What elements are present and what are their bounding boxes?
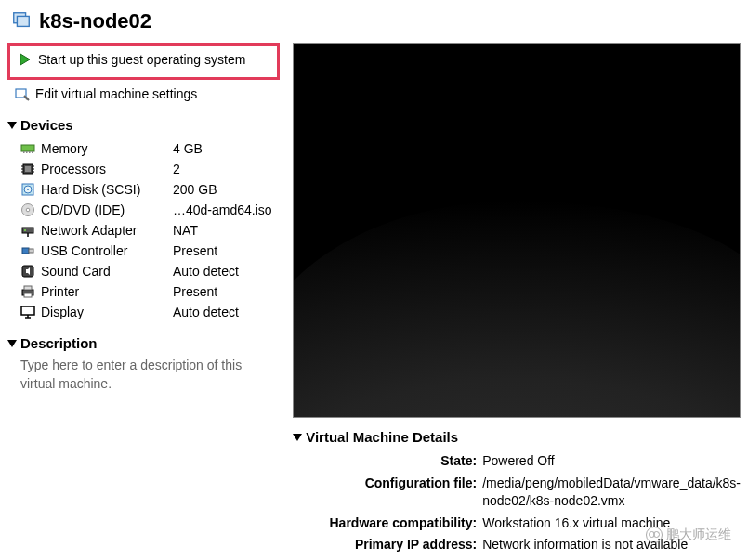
description-placeholder[interactable]: Type here to enter a description of this… — [20, 357, 262, 393]
device-value: Auto detect — [173, 305, 239, 319]
play-icon — [18, 52, 33, 67]
devices-section: Devices Memory4 GBProcessors2Hard Disk (… — [7, 115, 280, 322]
details-label: Primary IP address: — [306, 536, 482, 554]
device-name: Network Adapter — [41, 223, 167, 238]
network-icon — [20, 223, 35, 238]
edit-settings-label: Edit virtual machine settings — [35, 86, 197, 101]
device-row[interactable]: USB ControllerPresent — [20, 241, 280, 261]
device-value: Present — [173, 284, 217, 299]
device-row[interactable]: Network AdapterNAT — [20, 220, 280, 241]
device-value: …40d-amd64.iso — [173, 202, 272, 217]
device-name: Memory — [41, 141, 167, 156]
svg-rect-8 — [29, 151, 31, 153]
wrench-icon — [15, 86, 30, 101]
vm-header: k8s-node02 — [7, 4, 741, 43]
left-pane: Start up this guest operating system Edi… — [7, 43, 280, 556]
start-action-highlight: Start up this guest operating system — [7, 43, 280, 80]
device-row[interactable]: Memory4 GB — [20, 138, 280, 159]
description-section: Description Type here to enter a descrip… — [7, 333, 280, 393]
cd-icon — [20, 202, 35, 217]
cpu-icon — [20, 162, 35, 176]
printer-icon — [20, 284, 35, 299]
sound-icon — [20, 264, 35, 279]
svg-rect-1 — [17, 16, 29, 26]
devices-section-title: Devices — [20, 117, 73, 133]
svg-marker-2 — [20, 54, 30, 65]
edit-settings-link[interactable]: Edit virtual machine settings — [7, 84, 280, 104]
details-label: Hardware compatibility: — [306, 514, 482, 533]
start-vm-label: Start up this guest operating system — [38, 52, 245, 67]
device-value: Auto detect — [173, 264, 239, 279]
device-row[interactable]: Processors2 — [20, 159, 280, 179]
svg-rect-9 — [32, 151, 33, 153]
details-row: State:Powered Off — [306, 450, 741, 473]
vm-details-title: Virtual Machine Details — [306, 429, 458, 445]
device-name: CD/DVD (IDE) — [41, 202, 167, 217]
details-row: Primary IP address:Network information i… — [306, 534, 741, 556]
svg-rect-6 — [23, 151, 25, 153]
vm-details-section: Virtual Machine Details State:Powered Of… — [293, 427, 741, 556]
devices-section-header[interactable]: Devices — [7, 115, 280, 135]
svg-rect-11 — [25, 166, 31, 172]
right-pane: Virtual Machine Details State:Powered Of… — [293, 43, 741, 556]
svg-point-20 — [27, 189, 29, 190]
device-name: USB Controller — [41, 243, 167, 258]
start-vm-link[interactable]: Start up this guest operating system — [16, 49, 271, 70]
device-row[interactable]: CD/DVD (IDE)…40d-amd64.iso — [20, 200, 280, 220]
svg-rect-23 — [22, 228, 33, 233]
details-value: /media/peng/mobiledData/vmware_data/k8s-… — [482, 475, 741, 511]
details-value: Network information is not available — [482, 536, 741, 554]
details-row: Configuration file:/media/peng/mobiledDa… — [306, 473, 741, 513]
display-icon — [20, 305, 35, 319]
details-row: Hardware compatibility:Workstation 16.x … — [306, 513, 741, 535]
chevron-down-icon — [7, 340, 17, 347]
preview-background-wave — [293, 201, 741, 418]
device-value: 2 — [173, 162, 180, 176]
vm-icon — [11, 10, 32, 33]
description-section-title: Description — [20, 335, 98, 351]
vm-preview[interactable] — [293, 43, 741, 418]
svg-rect-5 — [21, 145, 34, 151]
devices-table: Memory4 GBProcessors2Hard Disk (SCSI)200… — [20, 138, 280, 322]
disk-icon — [20, 182, 35, 197]
vm-title: k8s-node02 — [39, 9, 151, 33]
device-row[interactable]: PrinterPresent — [20, 281, 280, 302]
svg-rect-26 — [22, 248, 29, 254]
details-label: State: — [306, 452, 482, 471]
svg-rect-7 — [26, 151, 28, 153]
memory-icon — [20, 141, 35, 156]
device-value: Present — [173, 243, 217, 258]
svg-point-4 — [26, 98, 29, 100]
details-value: Workstation 16.x virtual machine — [482, 514, 741, 533]
svg-rect-27 — [29, 249, 33, 253]
svg-rect-24 — [24, 229, 26, 231]
device-name: Processors — [41, 162, 167, 176]
details-value: Powered Off — [482, 452, 741, 471]
vm-details-header[interactable]: Virtual Machine Details — [293, 427, 741, 447]
device-name: Display — [41, 305, 167, 319]
chevron-down-icon — [293, 434, 302, 441]
device-name: Sound Card — [41, 264, 167, 279]
svg-rect-32 — [21, 306, 34, 315]
device-value: NAT — [173, 223, 198, 238]
device-value: 200 GB — [173, 182, 217, 197]
device-row[interactable]: Hard Disk (SCSI)200 GB — [20, 179, 280, 200]
svg-rect-31 — [24, 293, 32, 297]
description-section-header[interactable]: Description — [7, 333, 280, 353]
device-row[interactable]: DisplayAuto detect — [20, 302, 280, 322]
chevron-down-icon — [7, 122, 17, 129]
device-row[interactable]: Sound CardAuto detect — [20, 261, 280, 281]
usb-icon — [20, 243, 35, 258]
svg-point-22 — [26, 208, 30, 212]
details-label: Configuration file: — [306, 475, 482, 511]
device-name: Printer — [41, 284, 167, 299]
device-value: 4 GB — [173, 141, 203, 156]
vm-details-table: State:Powered OffConfiguration file:/med… — [306, 450, 741, 556]
svg-rect-30 — [24, 286, 32, 290]
device-name: Hard Disk (SCSI) — [41, 182, 167, 197]
